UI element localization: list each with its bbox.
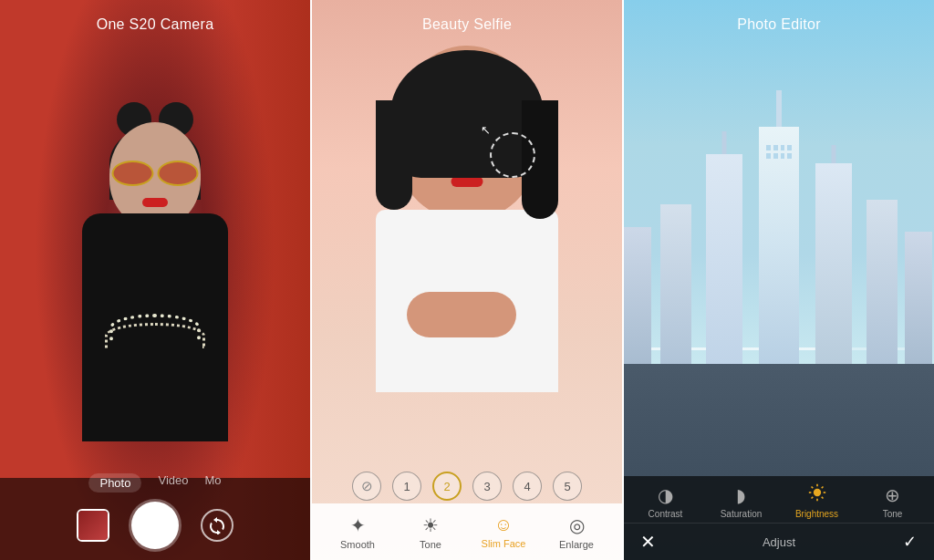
beauty-selfie-panel: Beauty Selfie ↖ ⊘ 1 2 3 4 5: [312, 0, 622, 560]
camera-bottom-bar: Photo Video Mo: [0, 478, 310, 560]
confirm-icon: ✓: [903, 532, 917, 552]
tone-icon: ☀: [422, 514, 439, 536]
smooth-icon: ✦: [350, 514, 366, 536]
enlarge-label: Enlarge: [559, 539, 594, 550]
contrast-icon: ◑: [658, 484, 673, 506]
brightness-icon: [808, 483, 826, 506]
hair-side-left: [376, 100, 412, 210]
tone-editor-label: Tone: [883, 509, 903, 519]
camera-controls: [0, 502, 310, 549]
svg-line-7: [811, 497, 813, 499]
beauty-tool-tone[interactable]: ☀ Tone: [394, 514, 467, 550]
shutter-button[interactable]: [131, 502, 179, 549]
spire-r1: [832, 145, 836, 163]
contrast-label: Contrast: [649, 509, 683, 519]
mode-more[interactable]: Mo: [204, 473, 221, 493]
editor-tool-contrast[interactable]: ◑ Contrast: [628, 484, 703, 519]
flip-icon: [208, 516, 226, 534]
filter-dot-1[interactable]: 1: [392, 472, 421, 501]
filter-dot-2[interactable]: 2: [432, 472, 462, 501]
editor-confirm-button[interactable]: ✓: [898, 529, 923, 555]
editor-cancel-button[interactable]: ✕: [635, 529, 660, 555]
slimface-label: Slim Face: [482, 538, 526, 549]
beauty-tool-smooth[interactable]: ✦ Smooth: [321, 514, 394, 550]
beauty-tools-bar: ✦ Smooth ☀ Tone ☺ Slim Face ◎ Enlarge: [312, 503, 622, 560]
svg-line-3: [811, 487, 813, 489]
building-left-1: [706, 154, 742, 364]
building-right-1: [815, 163, 852, 364]
lens-left: [112, 161, 154, 186]
mode-video[interactable]: Video: [158, 473, 188, 493]
filter-dot-5[interactable]: 5: [553, 472, 582, 501]
building-right-2: [867, 200, 898, 364]
face: [109, 122, 201, 227]
last-photo-thumbnail[interactable]: [77, 509, 109, 542]
svg-line-4: [821, 497, 823, 499]
editor-tool-brightness[interactable]: Brightness: [779, 483, 855, 519]
person-silhouette-1: [73, 122, 237, 487]
filter-dot-3[interactable]: 3: [472, 472, 502, 501]
flip-camera-button[interactable]: [201, 509, 234, 542]
sunglasses: [112, 161, 199, 186]
beauty-arrow: ↖: [481, 123, 499, 141]
camera-modes: Photo Video Mo: [88, 473, 221, 493]
beauty-person-area: ↖: [312, 0, 622, 451]
building-center: [759, 127, 799, 364]
brightness-label: Brightness: [795, 509, 838, 519]
editor-action-row: ✕ Adjust ✓: [624, 524, 934, 560]
building-right-3: [905, 232, 932, 364]
smooth-label: Smooth: [340, 539, 375, 550]
necklace-2: [105, 323, 205, 348]
filter-dot-4[interactable]: 4: [513, 472, 542, 501]
building-left-2: [660, 204, 691, 364]
lips: [142, 198, 168, 207]
beauty-tool-slimface[interactable]: ☺ Slim Face: [467, 514, 540, 549]
slimface-icon: ☺: [494, 514, 513, 535]
adjust-label: Adjust: [763, 535, 795, 549]
spire: [776, 90, 782, 127]
svg-line-8: [821, 487, 823, 489]
saturation-icon: ◗: [736, 484, 746, 506]
enlarge-icon: ◎: [569, 514, 585, 536]
photo-editor-panel: Photo Editor ◑ Contrast ◗ Saturation: [624, 0, 934, 560]
camera-panel-title: One S20 Camera: [0, 16, 310, 33]
lens-right: [157, 161, 199, 186]
editor-panel-title: Photo Editor: [624, 16, 934, 33]
building-left-3: [624, 227, 651, 364]
tone-label: Tone: [420, 539, 441, 550]
beauty-panel-title: Beauty Selfie: [312, 16, 622, 33]
filter-dot-off[interactable]: ⊘: [352, 472, 381, 501]
beauty-filter-dots: ⊘ 1 2 3 4 5: [312, 472, 622, 501]
spire-l1: [722, 131, 727, 154]
mode-photo[interactable]: Photo: [88, 473, 141, 493]
divider-2: [622, 0, 624, 560]
camera-panel: One S20 Camera Photo Video: [0, 0, 310, 560]
divider-1: [310, 0, 312, 560]
editor-tool-tone[interactable]: ⊕ Tone: [855, 484, 930, 519]
city-buildings: [624, 56, 934, 364]
svg-point-0: [813, 489, 820, 496]
editor-tool-saturation[interactable]: ◗ Saturation: [703, 484, 779, 519]
editor-controls: ◑ Contrast ◗ Saturation: [624, 476, 934, 560]
tone-editor-icon: ⊕: [885, 484, 900, 506]
p2-arm: [407, 292, 516, 337]
cancel-icon: ✕: [640, 531, 656, 553]
beauty-tool-enlarge[interactable]: ◎ Enlarge: [540, 514, 613, 550]
saturation-label: Saturation: [721, 509, 763, 519]
editor-tools-row: ◑ Contrast ◗ Saturation: [624, 476, 934, 524]
body: [82, 213, 228, 441]
windows: [766, 145, 792, 159]
